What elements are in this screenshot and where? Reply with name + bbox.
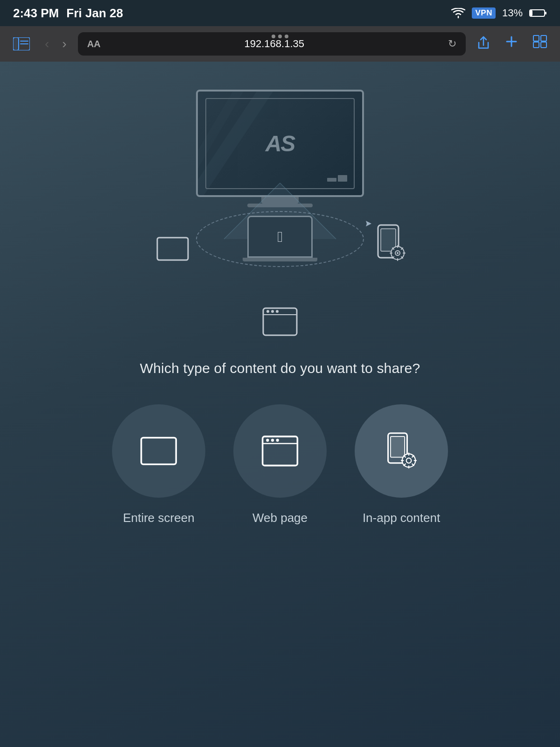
- tablet-icon: [156, 237, 189, 263]
- battery-icon: [529, 8, 547, 18]
- forward-button[interactable]: ›: [58, 35, 70, 53]
- in-app-content-label: In-app content: [363, 511, 440, 525]
- nav-actions: [473, 33, 551, 55]
- tv-bars: [327, 175, 347, 182]
- status-bar: 2:43 PM Fri Jan 28 VPN 13%: [0, 0, 560, 26]
- status-right: VPN 13%: [451, 7, 547, 19]
- svg-rect-11: [533, 42, 539, 48]
- status-time: 2:43 PM: [13, 6, 59, 21]
- web-page-icon: [261, 432, 299, 470]
- svg-rect-37: [141, 438, 176, 465]
- web-page-circle[interactable]: [233, 404, 327, 498]
- web-page-label: Web page: [252, 511, 308, 525]
- options-row: Entire screen Web page: [112, 404, 448, 525]
- svg-rect-44: [391, 437, 405, 457]
- nav-bar: ‹ › AA 192.168.1.35 ↻: [0, 26, 560, 62]
- app-device-icon: [374, 224, 406, 263]
- entire-screen-circle[interactable]: [112, 404, 205, 498]
- url-text: 192.168.1.35: [106, 38, 442, 50]
- main-content: AS : [0, 62, 560, 747]
- svg-rect-12: [541, 42, 546, 48]
- projection-area: : [149, 192, 411, 342]
- svg-rect-18: [157, 238, 188, 260]
- window-icon: [262, 307, 298, 338]
- apple-logo: : [277, 228, 283, 246]
- hero-illustration: AS : [149, 90, 411, 342]
- nav-arrows: ‹ ›: [41, 35, 70, 53]
- wifi-icon: [451, 8, 465, 18]
- svg-rect-10: [541, 35, 546, 41]
- status-left: 2:43 PM Fri Jan 28: [13, 6, 123, 21]
- battery-percent: 13%: [502, 7, 523, 19]
- svg-point-41: [271, 439, 274, 442]
- svg-rect-2: [545, 12, 546, 14]
- sidebar-toggle-button[interactable]: [9, 34, 34, 54]
- svg-point-35: [271, 310, 274, 313]
- vpn-badge: VPN: [472, 7, 495, 19]
- cursor-arrow-icon: [362, 218, 373, 232]
- svg-rect-9: [533, 35, 539, 41]
- in-app-content-circle[interactable]: [355, 404, 448, 498]
- question-text: Which type of content do you want to sha…: [140, 360, 420, 376]
- three-dots: [272, 35, 288, 38]
- svg-point-42: [276, 439, 279, 442]
- tv-logo: AS: [266, 131, 295, 156]
- macbook-icon: : [247, 216, 313, 262]
- svg-rect-4: [13, 37, 19, 50]
- svg-point-40: [266, 439, 269, 442]
- web-page-option[interactable]: Web page: [233, 404, 327, 525]
- back-button[interactable]: ‹: [41, 35, 53, 53]
- svg-rect-1: [530, 10, 532, 16]
- svg-point-23: [397, 252, 399, 254]
- svg-point-34: [266, 310, 269, 313]
- status-date: Fri Jan 28: [66, 6, 123, 21]
- new-tab-button[interactable]: [501, 33, 522, 55]
- in-app-content-icon: [383, 432, 420, 470]
- svg-point-36: [276, 310, 279, 313]
- in-app-content-option[interactable]: In-app content: [355, 404, 448, 525]
- entire-screen-option[interactable]: Entire screen: [112, 404, 205, 525]
- entire-screen-label: Entire screen: [123, 511, 194, 525]
- share-button[interactable]: [473, 33, 494, 55]
- reader-mode-button[interactable]: AA: [87, 39, 101, 49]
- reload-button[interactable]: ↻: [448, 38, 456, 50]
- entire-screen-icon: [140, 432, 177, 470]
- tabs-button[interactable]: [529, 33, 551, 55]
